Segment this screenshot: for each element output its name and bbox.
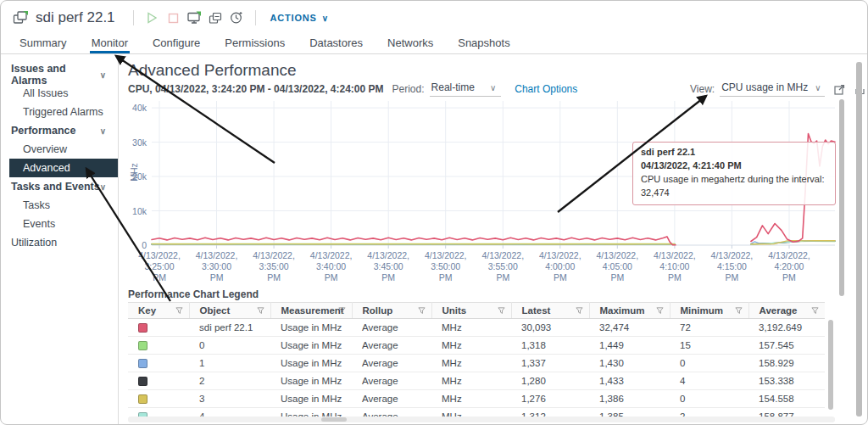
legend-row[interactable]: 0Usage in MHzAverageMHz1,3181,44915157.5… bbox=[128, 337, 825, 355]
cell-measurement: Usage in MHz bbox=[270, 319, 352, 337]
cell-measurement: Usage in MHz bbox=[270, 355, 352, 372]
x-axis-tick-label: 4/13/2022, 4:05:00 PM bbox=[585, 250, 649, 283]
x-axis-tick-label: 4/13/2022, 3:45:00 PM bbox=[356, 250, 420, 283]
sidebar-item-overview[interactable]: Overview bbox=[1, 140, 118, 159]
tab-networks[interactable]: Networks bbox=[386, 35, 435, 53]
tab-configure[interactable]: Configure bbox=[151, 35, 202, 53]
cell-units: MHz bbox=[431, 355, 511, 372]
launch-console-icon[interactable] bbox=[187, 11, 202, 25]
tab-monitor[interactable]: Monitor bbox=[90, 35, 130, 53]
filter-icon[interactable] bbox=[175, 306, 183, 316]
tab-permissions[interactable]: Permissions bbox=[223, 35, 287, 53]
table-scrollbar[interactable] bbox=[828, 320, 833, 410]
column-header-maximum[interactable]: Maximum bbox=[589, 303, 670, 319]
divider bbox=[255, 10, 256, 25]
filter-icon[interactable] bbox=[576, 306, 583, 316]
cell-maximum: 1,449 bbox=[589, 337, 670, 355]
sidebar-item-label: Performance bbox=[11, 125, 75, 137]
x-axis-tick-label: 4/13/2022, 4:20:00 PM bbox=[757, 250, 821, 283]
x-axis-tick-label: 4/13/2022, 4:10:00 PM bbox=[643, 250, 707, 283]
series-color-swatch bbox=[138, 323, 147, 333]
column-header-measurement[interactable]: Measurement bbox=[270, 303, 352, 319]
cell-units: MHz bbox=[431, 390, 511, 408]
cell-measurement: Usage in MHz bbox=[270, 337, 352, 355]
column-header-rollup[interactable]: Rollup bbox=[352, 303, 431, 319]
sidebar-item-tasks[interactable]: Tasks bbox=[1, 196, 118, 215]
sidebar-item-tasks-and-events[interactable]: Tasks and Events∨ bbox=[1, 177, 118, 196]
x-axis-tick-label: 4/13/2022, 3:55:00 PM bbox=[470, 250, 535, 283]
filter-icon[interactable] bbox=[418, 306, 426, 316]
snapshot-icon[interactable] bbox=[230, 11, 244, 25]
column-header-latest[interactable]: Latest bbox=[511, 303, 589, 319]
content-scrollbar[interactable] bbox=[839, 99, 844, 296]
period-dropdown[interactable]: Real-time ∨ bbox=[430, 81, 502, 97]
legend-row[interactable]: 2Usage in MHzAverageMHz1,2801,4334153.33… bbox=[128, 372, 825, 390]
sidebar-item-performance[interactable]: Performance∨ bbox=[1, 121, 118, 140]
column-header-minimum[interactable]: Minimum bbox=[670, 303, 748, 319]
column-header-key[interactable]: Key bbox=[128, 303, 189, 319]
sidebar-item-advanced[interactable]: Advanced bbox=[9, 159, 118, 177]
migrate-icon[interactable] bbox=[209, 11, 223, 25]
column-header-units[interactable]: Units bbox=[431, 303, 511, 319]
cell-key bbox=[128, 337, 189, 355]
x-axis-tick-label: 4/13/2022, 3:50:00 PM bbox=[414, 250, 478, 283]
cell-object: 1 bbox=[189, 355, 270, 372]
tooltip-time: 04/13/2022, 4:21:40 PM bbox=[641, 159, 827, 173]
tab-snapshots[interactable]: Snapshots bbox=[456, 35, 511, 53]
cell-minimum: 15 bbox=[670, 337, 748, 355]
time-range-label: CPU, 04/13/2022, 3:24:20 PM - 04/13/2022… bbox=[128, 83, 384, 95]
sidebar-item-triggered-alarms[interactable]: Triggered Alarms bbox=[1, 103, 118, 121]
view-selector: View: CPU usage in MHz ∨ bbox=[690, 81, 865, 97]
cell-key bbox=[128, 372, 189, 390]
vsphere-window: sdi perf 22.1 bbox=[0, 0, 868, 425]
horizontal-scrollbar[interactable] bbox=[321, 417, 347, 422]
cell-rollup: Average bbox=[352, 319, 431, 337]
power-off-icon[interactable] bbox=[166, 11, 181, 25]
cell-key bbox=[128, 319, 189, 337]
tab-summary[interactable]: Summary bbox=[18, 35, 69, 53]
column-header-average[interactable]: Average bbox=[748, 303, 825, 319]
filter-icon[interactable] bbox=[338, 306, 346, 316]
chart-options-link[interactable]: Chart Options bbox=[515, 83, 577, 95]
filter-icon[interactable] bbox=[811, 306, 819, 316]
column-header-label: Units bbox=[442, 305, 467, 316]
cell-object: 0 bbox=[189, 337, 270, 355]
chevron-down-icon: ∨ bbox=[322, 14, 329, 23]
tooltip-title: sdi perf 22.1 bbox=[641, 146, 827, 159]
cell-key bbox=[128, 355, 189, 372]
cell-maximum: 1,430 bbox=[589, 355, 670, 372]
filter-icon[interactable] bbox=[257, 306, 264, 316]
legend-row[interactable]: 3Usage in MHzAverageMHz1,2761,3860154.55… bbox=[128, 390, 825, 408]
cell-key bbox=[128, 390, 189, 408]
tab-datastores[interactable]: Datastores bbox=[308, 35, 364, 53]
cell-latest: 1,276 bbox=[511, 390, 589, 408]
sidebar-item-utilization[interactable]: Utilization bbox=[1, 233, 118, 252]
window-scrollbar[interactable] bbox=[856, 62, 862, 417]
chevron-down-icon: ∨ bbox=[815, 83, 821, 92]
view-label: View: bbox=[690, 83, 715, 95]
sidebar-item-events[interactable]: Events bbox=[1, 215, 118, 233]
cell-maximum: 1,386 bbox=[589, 390, 670, 408]
sidebar-item-issues-and-alarms[interactable]: Issues and Alarms∨ bbox=[1, 65, 118, 84]
column-header-object[interactable]: Object bbox=[189, 303, 270, 319]
actions-menu-button[interactable]: ACTIONS ∨ bbox=[270, 13, 329, 23]
filter-icon[interactable] bbox=[735, 306, 743, 316]
filter-icon[interactable] bbox=[656, 306, 664, 316]
vm-header: sdi perf 22.1 bbox=[1, 1, 867, 35]
vm-icon bbox=[13, 10, 29, 26]
cell-latest: 1,280 bbox=[511, 372, 589, 390]
chevron-down-icon: ∨ bbox=[100, 70, 106, 80]
chevron-down-icon: ∨ bbox=[100, 126, 106, 136]
cell-latest: 1,318 bbox=[511, 337, 589, 355]
legend-row[interactable]: sdi perf 22.1Usage in MHzAverageMHz30,09… bbox=[128, 319, 825, 337]
power-on-icon[interactable] bbox=[145, 11, 159, 25]
filter-icon[interactable] bbox=[498, 306, 505, 316]
popout-icon[interactable] bbox=[834, 84, 845, 95]
y-axis-tick-label: 40k bbox=[128, 103, 147, 113]
view-dropdown[interactable]: CPU usage in MHz ∨ bbox=[720, 81, 824, 97]
sidebar-item-all-issues[interactable]: All Issues bbox=[1, 84, 118, 103]
cell-rollup: Average bbox=[352, 355, 431, 372]
column-header-label: Key bbox=[138, 305, 156, 316]
cell-average: 153.338 bbox=[748, 372, 825, 390]
legend-row[interactable]: 1Usage in MHzAverageMHz1,3371,4300158.92… bbox=[128, 355, 825, 372]
